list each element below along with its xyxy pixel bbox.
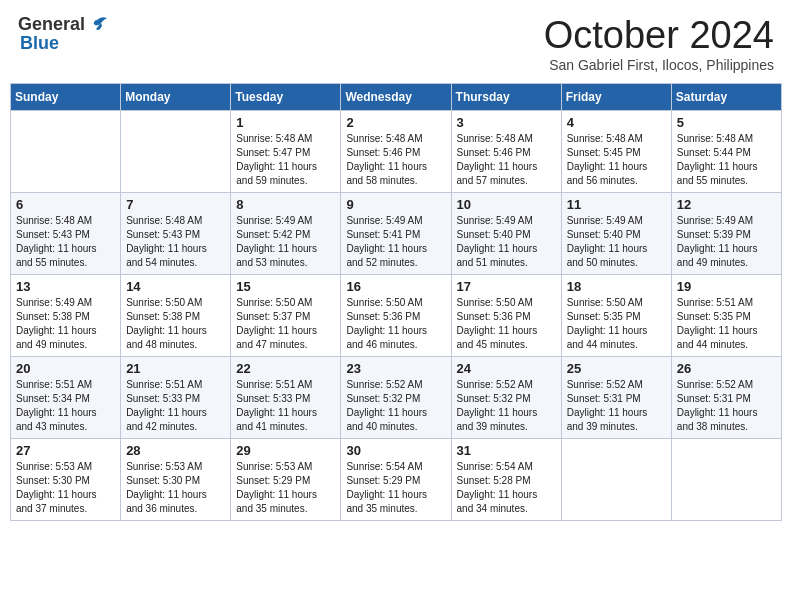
cell-info: Sunrise: 5:48 AMSunset: 5:46 PMDaylight:… [457, 133, 538, 186]
calendar-cell: 13Sunrise: 5:49 AMSunset: 5:38 PMDayligh… [11, 275, 121, 357]
calendar-cell: 7Sunrise: 5:48 AMSunset: 5:43 PMDaylight… [121, 193, 231, 275]
calendar-cell: 23Sunrise: 5:52 AMSunset: 5:32 PMDayligh… [341, 357, 451, 439]
title-area: October 2024 San Gabriel First, Ilocos, … [544, 14, 774, 73]
day-number: 11 [567, 197, 666, 212]
day-number: 25 [567, 361, 666, 376]
calendar-cell: 9Sunrise: 5:49 AMSunset: 5:41 PMDaylight… [341, 193, 451, 275]
calendar-cell: 12Sunrise: 5:49 AMSunset: 5:39 PMDayligh… [671, 193, 781, 275]
calendar-cell: 4Sunrise: 5:48 AMSunset: 5:45 PMDaylight… [561, 111, 671, 193]
day-number: 29 [236, 443, 335, 458]
day-number: 18 [567, 279, 666, 294]
day-number: 8 [236, 197, 335, 212]
cell-info: Sunrise: 5:50 AMSunset: 5:35 PMDaylight:… [567, 297, 648, 350]
calendar-cell: 16Sunrise: 5:50 AMSunset: 5:36 PMDayligh… [341, 275, 451, 357]
calendar-cell [11, 111, 121, 193]
day-number: 6 [16, 197, 115, 212]
calendar-cell: 8Sunrise: 5:49 AMSunset: 5:42 PMDaylight… [231, 193, 341, 275]
weekday-header-monday: Monday [121, 84, 231, 111]
calendar-cell: 17Sunrise: 5:50 AMSunset: 5:36 PMDayligh… [451, 275, 561, 357]
calendar-cell: 22Sunrise: 5:51 AMSunset: 5:33 PMDayligh… [231, 357, 341, 439]
calendar-cell [561, 439, 671, 521]
day-number: 4 [567, 115, 666, 130]
cell-info: Sunrise: 5:50 AMSunset: 5:37 PMDaylight:… [236, 297, 317, 350]
page-header: General Blue October 2024 San Gabriel Fi… [10, 10, 782, 77]
cell-info: Sunrise: 5:53 AMSunset: 5:29 PMDaylight:… [236, 461, 317, 514]
calendar-cell: 5Sunrise: 5:48 AMSunset: 5:44 PMDaylight… [671, 111, 781, 193]
cell-info: Sunrise: 5:49 AMSunset: 5:40 PMDaylight:… [567, 215, 648, 268]
weekday-header-saturday: Saturday [671, 84, 781, 111]
cell-info: Sunrise: 5:48 AMSunset: 5:43 PMDaylight:… [126, 215, 207, 268]
day-number: 14 [126, 279, 225, 294]
calendar-week-row: 6Sunrise: 5:48 AMSunset: 5:43 PMDaylight… [11, 193, 782, 275]
calendar-cell: 14Sunrise: 5:50 AMSunset: 5:38 PMDayligh… [121, 275, 231, 357]
cell-info: Sunrise: 5:50 AMSunset: 5:36 PMDaylight:… [457, 297, 538, 350]
location-text: San Gabriel First, Ilocos, Philippines [544, 57, 774, 73]
cell-info: Sunrise: 5:49 AMSunset: 5:42 PMDaylight:… [236, 215, 317, 268]
logo-blue-text: Blue [20, 33, 59, 54]
day-number: 5 [677, 115, 776, 130]
cell-info: Sunrise: 5:48 AMSunset: 5:47 PMDaylight:… [236, 133, 317, 186]
month-title: October 2024 [544, 14, 774, 57]
cell-info: Sunrise: 5:53 AMSunset: 5:30 PMDaylight:… [16, 461, 97, 514]
cell-info: Sunrise: 5:53 AMSunset: 5:30 PMDaylight:… [126, 461, 207, 514]
calendar-cell: 20Sunrise: 5:51 AMSunset: 5:34 PMDayligh… [11, 357, 121, 439]
cell-info: Sunrise: 5:48 AMSunset: 5:44 PMDaylight:… [677, 133, 758, 186]
calendar-cell: 30Sunrise: 5:54 AMSunset: 5:29 PMDayligh… [341, 439, 451, 521]
day-number: 22 [236, 361, 335, 376]
calendar-cell: 3Sunrise: 5:48 AMSunset: 5:46 PMDaylight… [451, 111, 561, 193]
calendar-week-row: 13Sunrise: 5:49 AMSunset: 5:38 PMDayligh… [11, 275, 782, 357]
calendar-cell: 26Sunrise: 5:52 AMSunset: 5:31 PMDayligh… [671, 357, 781, 439]
cell-info: Sunrise: 5:52 AMSunset: 5:32 PMDaylight:… [457, 379, 538, 432]
cell-info: Sunrise: 5:48 AMSunset: 5:45 PMDaylight:… [567, 133, 648, 186]
cell-info: Sunrise: 5:48 AMSunset: 5:43 PMDaylight:… [16, 215, 97, 268]
cell-info: Sunrise: 5:52 AMSunset: 5:32 PMDaylight:… [346, 379, 427, 432]
weekday-header-thursday: Thursday [451, 84, 561, 111]
weekday-header-wednesday: Wednesday [341, 84, 451, 111]
day-number: 28 [126, 443, 225, 458]
day-number: 23 [346, 361, 445, 376]
day-number: 31 [457, 443, 556, 458]
cell-info: Sunrise: 5:48 AMSunset: 5:46 PMDaylight:… [346, 133, 427, 186]
calendar-table: SundayMondayTuesdayWednesdayThursdayFrid… [10, 83, 782, 521]
calendar-week-row: 27Sunrise: 5:53 AMSunset: 5:30 PMDayligh… [11, 439, 782, 521]
calendar-cell: 10Sunrise: 5:49 AMSunset: 5:40 PMDayligh… [451, 193, 561, 275]
calendar-cell: 18Sunrise: 5:50 AMSunset: 5:35 PMDayligh… [561, 275, 671, 357]
logo-bird-icon [87, 16, 109, 34]
calendar-cell: 15Sunrise: 5:50 AMSunset: 5:37 PMDayligh… [231, 275, 341, 357]
calendar-week-row: 20Sunrise: 5:51 AMSunset: 5:34 PMDayligh… [11, 357, 782, 439]
day-number: 17 [457, 279, 556, 294]
cell-info: Sunrise: 5:54 AMSunset: 5:28 PMDaylight:… [457, 461, 538, 514]
day-number: 9 [346, 197, 445, 212]
weekday-header-friday: Friday [561, 84, 671, 111]
calendar-cell: 1Sunrise: 5:48 AMSunset: 5:47 PMDaylight… [231, 111, 341, 193]
day-number: 13 [16, 279, 115, 294]
day-number: 24 [457, 361, 556, 376]
day-number: 1 [236, 115, 335, 130]
calendar-cell: 19Sunrise: 5:51 AMSunset: 5:35 PMDayligh… [671, 275, 781, 357]
calendar-cell: 2Sunrise: 5:48 AMSunset: 5:46 PMDaylight… [341, 111, 451, 193]
day-number: 3 [457, 115, 556, 130]
day-number: 27 [16, 443, 115, 458]
calendar-cell [121, 111, 231, 193]
weekday-header-row: SundayMondayTuesdayWednesdayThursdayFrid… [11, 84, 782, 111]
cell-info: Sunrise: 5:50 AMSunset: 5:36 PMDaylight:… [346, 297, 427, 350]
logo-general-text: General [18, 14, 85, 35]
cell-info: Sunrise: 5:51 AMSunset: 5:33 PMDaylight:… [236, 379, 317, 432]
cell-info: Sunrise: 5:51 AMSunset: 5:35 PMDaylight:… [677, 297, 758, 350]
calendar-cell [671, 439, 781, 521]
calendar-cell: 11Sunrise: 5:49 AMSunset: 5:40 PMDayligh… [561, 193, 671, 275]
cell-info: Sunrise: 5:52 AMSunset: 5:31 PMDaylight:… [567, 379, 648, 432]
calendar-cell: 24Sunrise: 5:52 AMSunset: 5:32 PMDayligh… [451, 357, 561, 439]
cell-info: Sunrise: 5:50 AMSunset: 5:38 PMDaylight:… [126, 297, 207, 350]
calendar-week-row: 1Sunrise: 5:48 AMSunset: 5:47 PMDaylight… [11, 111, 782, 193]
day-number: 20 [16, 361, 115, 376]
logo: General Blue [18, 14, 109, 54]
day-number: 7 [126, 197, 225, 212]
calendar-cell: 27Sunrise: 5:53 AMSunset: 5:30 PMDayligh… [11, 439, 121, 521]
calendar-cell: 6Sunrise: 5:48 AMSunset: 5:43 PMDaylight… [11, 193, 121, 275]
day-number: 2 [346, 115, 445, 130]
day-number: 16 [346, 279, 445, 294]
cell-info: Sunrise: 5:49 AMSunset: 5:39 PMDaylight:… [677, 215, 758, 268]
calendar-cell: 31Sunrise: 5:54 AMSunset: 5:28 PMDayligh… [451, 439, 561, 521]
day-number: 12 [677, 197, 776, 212]
